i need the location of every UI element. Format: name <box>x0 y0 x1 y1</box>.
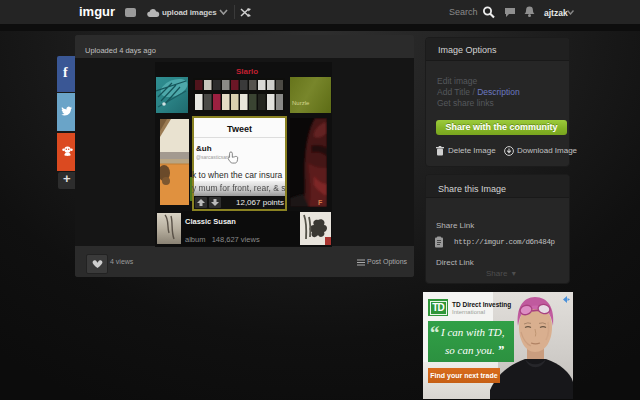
svg-text:F: F <box>318 199 323 206</box>
